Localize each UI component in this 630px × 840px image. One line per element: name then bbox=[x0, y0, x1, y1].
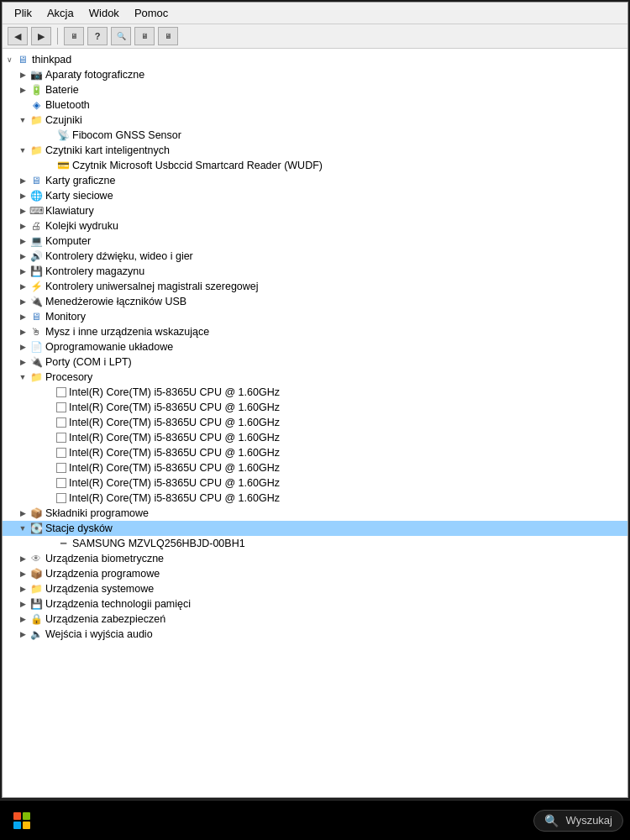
expander[interactable]: ▶ bbox=[16, 282, 29, 291]
item-label: Karty graficzne bbox=[45, 175, 115, 186]
tree-root[interactable]: ∨ 🖥 thinkpad bbox=[3, 52, 627, 67]
expander[interactable]: ▶ bbox=[16, 343, 29, 351]
expander[interactable]: ▼ bbox=[16, 116, 29, 124]
item-label: Intel(R) Core(TM) i5-8365U CPU @ 1.60GHz bbox=[69, 386, 280, 398]
tree-item[interactable]: Intel(R) Core(TM) i5-8365U CPU @ 1.60GHz bbox=[3, 430, 627, 445]
tree-item[interactable]: ▶ 📷 Aparaty fotograficzne bbox=[3, 67, 627, 82]
expander[interactable]: ▶ bbox=[16, 615, 29, 623]
expander[interactable]: ▶ bbox=[16, 328, 29, 336]
tree-item[interactable]: ▼ 📁 Czytniki kart inteligentnych bbox=[3, 143, 627, 158]
tree-item[interactable]: ◈ Bluetooth bbox=[3, 97, 627, 113]
tree-item[interactable]: ▶ 💻 Komputer bbox=[3, 234, 627, 249]
expander[interactable]: ▼ bbox=[16, 524, 29, 533]
expander[interactable]: ▶ bbox=[16, 176, 29, 185]
expander[interactable]: ▶ bbox=[16, 71, 29, 79]
tree-item[interactable]: 📡 Fibocom GNSS Sensor bbox=[3, 128, 627, 143]
tree-item[interactable]: Intel(R) Core(TM) i5-8365U CPU @ 1.60GHz bbox=[3, 385, 627, 400]
expander[interactable]: ▼ bbox=[16, 373, 29, 381]
tree-item[interactable]: ▶ 🖥 Karty graficzne bbox=[3, 173, 627, 188]
tree-item[interactable]: Intel(R) Core(TM) i5-8365U CPU @ 1.60GHz bbox=[3, 445, 627, 460]
forward-button[interactable]: ▶ bbox=[31, 27, 51, 45]
tree-item[interactable]: ▶ ⚡ Kontrolery uniwersalnej magistrali s… bbox=[3, 279, 627, 294]
tree-item[interactable]: ▶ 📦 Składniki programowe bbox=[3, 506, 627, 521]
toolbar-separator bbox=[57, 28, 58, 45]
tree-item[interactable]: Intel(R) Core(TM) i5-8365U CPU @ 1.60GHz bbox=[3, 475, 627, 491]
item-label: Intel(R) Core(TM) i5-8365U CPU @ 1.60GHz bbox=[69, 492, 280, 504]
expander[interactable]: ▶ bbox=[16, 237, 29, 245]
tree-item[interactable]: 💳 Czytnik Microsoft Usbccid Smartcard Re… bbox=[3, 158, 627, 173]
tree-item[interactable]: ━ SAMSUNG MZVLQ256HBJD-00BH1 bbox=[3, 536, 627, 551]
menu-plik[interactable]: Plik bbox=[8, 5, 39, 21]
menu-widok[interactable]: Widok bbox=[82, 5, 126, 21]
screen: Plik Akcja Widok Pomoc ◀ ▶ 🖥 ? 🔍 🖥 🖥 ∨ 🖥… bbox=[0, 0, 630, 840]
item-label: Stacje dysków bbox=[45, 522, 113, 534]
expander[interactable]: ▶ bbox=[16, 312, 29, 321]
properties-button[interactable]: 🖥 bbox=[64, 27, 84, 45]
menu-pomoc[interactable]: Pomoc bbox=[128, 5, 175, 21]
tree-item[interactable]: ▼ 📁 Czujniki bbox=[3, 113, 627, 128]
tree-item[interactable]: ▶ 🔒 Urządzenia zabezpieczeń bbox=[3, 612, 627, 627]
device-tree[interactable]: ∨ 🖥 thinkpad ▶ 📷 Aparaty fotograficzne ▶… bbox=[3, 49, 627, 797]
tree-item[interactable]: ▼ 💽 Stacje dysków bbox=[3, 521, 627, 536]
item-label: Monitory bbox=[45, 311, 86, 323]
item-label: SAMSUNG MZVLQ256HBJD-00BH1 bbox=[72, 538, 245, 549]
tree-item[interactable]: ▶ 📦 Urządzenia programowe bbox=[3, 566, 627, 581]
start-button[interactable] bbox=[7, 806, 37, 836]
taskbar: 🔍 Wyszukaj bbox=[0, 800, 630, 840]
item-label: Czytniki kart inteligentnych bbox=[45, 144, 170, 156]
tree-item[interactable]: ▶ 🔌 Porty (COM i LPT) bbox=[3, 354, 627, 370]
expander[interactable]: ▶ bbox=[16, 600, 29, 608]
item-label: Kolejki wydruku bbox=[45, 220, 118, 232]
tree-item[interactable]: ▶ 📁 Urządzenia systemowe bbox=[3, 581, 627, 596]
expander[interactable]: ▶ bbox=[16, 252, 29, 260]
tree-item[interactable]: ▶ 🌐 Karty sieciowe bbox=[3, 188, 627, 203]
tree-item[interactable]: ▶ 🔋 Baterie bbox=[3, 82, 627, 97]
tree-item[interactable]: ▶ 🖨 Kolejki wydruku bbox=[3, 218, 627, 234]
tree-item[interactable]: ▶ 💾 Urządzenia technologii pamięci bbox=[3, 596, 627, 612]
tree-item[interactable]: ▶ 🔈 Wejścia i wyjścia audio bbox=[3, 627, 627, 642]
item-label: Intel(R) Core(TM) i5-8365U CPU @ 1.60GHz bbox=[69, 477, 280, 489]
expander[interactable]: ▶ bbox=[16, 222, 29, 230]
tree-item[interactable]: ▶ ⌨ Klawiatury bbox=[3, 203, 627, 218]
tree-item[interactable]: Intel(R) Core(TM) i5-8365U CPU @ 1.60GHz bbox=[3, 400, 627, 415]
tree-item[interactable]: ▼ 📁 Procesory bbox=[3, 370, 627, 385]
expander[interactable]: ▶ bbox=[16, 207, 29, 215]
search-bar[interactable]: 🔍 Wyszukaj bbox=[533, 810, 623, 832]
item-label: Urządzenia biometryczne bbox=[45, 553, 164, 564]
item-label: Urządzenia technologii pamięci bbox=[45, 598, 191, 610]
tree-item[interactable]: ▶ 📄 Oprogramowanie układowe bbox=[3, 339, 627, 354]
item-label: Klawiatury bbox=[45, 205, 94, 217]
menu-akcja[interactable]: Akcja bbox=[40, 5, 81, 21]
expander[interactable]: ▼ bbox=[16, 146, 29, 155]
help-button[interactable]: ? bbox=[87, 27, 108, 45]
item-label: Czujniki bbox=[45, 114, 82, 126]
monitor-button[interactable]: 🖥 bbox=[134, 27, 155, 45]
expander[interactable]: ▶ bbox=[16, 585, 29, 593]
item-label: Urządzenia systemowe bbox=[45, 583, 154, 595]
back-button[interactable]: ◀ bbox=[8, 27, 28, 45]
taskbar-right: 🔍 Wyszukaj bbox=[533, 810, 623, 832]
tree-item[interactable]: ▶ 💾 Kontrolery magazynu bbox=[3, 264, 627, 279]
expander[interactable]: ▶ bbox=[16, 570, 29, 578]
tree-item[interactable]: ▶ 🔊 Kontrolery dźwięku, wideo i gier bbox=[3, 249, 627, 264]
expander[interactable]: ▶ bbox=[16, 192, 29, 200]
expander[interactable]: ▶ bbox=[16, 297, 29, 306]
root-expander[interactable]: ∨ bbox=[3, 55, 16, 64]
expander[interactable]: ▶ bbox=[16, 267, 29, 276]
expander[interactable]: ▶ bbox=[16, 358, 29, 366]
scan-button[interactable]: 🔍 bbox=[111, 27, 131, 45]
expander[interactable]: ▶ bbox=[16, 509, 29, 517]
monitor2-button[interactable]: 🖥 bbox=[158, 27, 178, 45]
expander[interactable]: ▶ bbox=[16, 554, 29, 563]
tree-item[interactable]: Intel(R) Core(TM) i5-8365U CPU @ 1.60GHz bbox=[3, 415, 627, 430]
tree-item[interactable]: Intel(R) Core(TM) i5-8365U CPU @ 1.60GHz bbox=[3, 460, 627, 475]
tree-item[interactable]: ▶ 🔌 Menedżerowie łączników USB bbox=[3, 294, 627, 309]
tree-item[interactable]: ▶ 🖥 Monitory bbox=[3, 309, 627, 324]
tree-item[interactable]: Intel(R) Core(TM) i5-8365U CPU @ 1.60GHz bbox=[3, 491, 627, 506]
tree-item[interactable]: ▶ 👁 Urządzenia biometryczne bbox=[3, 551, 627, 566]
tree-item[interactable]: ▶ 🖱 Mysz i inne urządzenia wskazujące bbox=[3, 324, 627, 339]
expander[interactable]: ▶ bbox=[16, 630, 29, 638]
item-label: Urządzenia zabezpieczeń bbox=[45, 613, 165, 625]
item-label: Intel(R) Core(TM) i5-8365U CPU @ 1.60GHz bbox=[69, 447, 280, 459]
expander[interactable]: ▶ bbox=[16, 86, 29, 94]
